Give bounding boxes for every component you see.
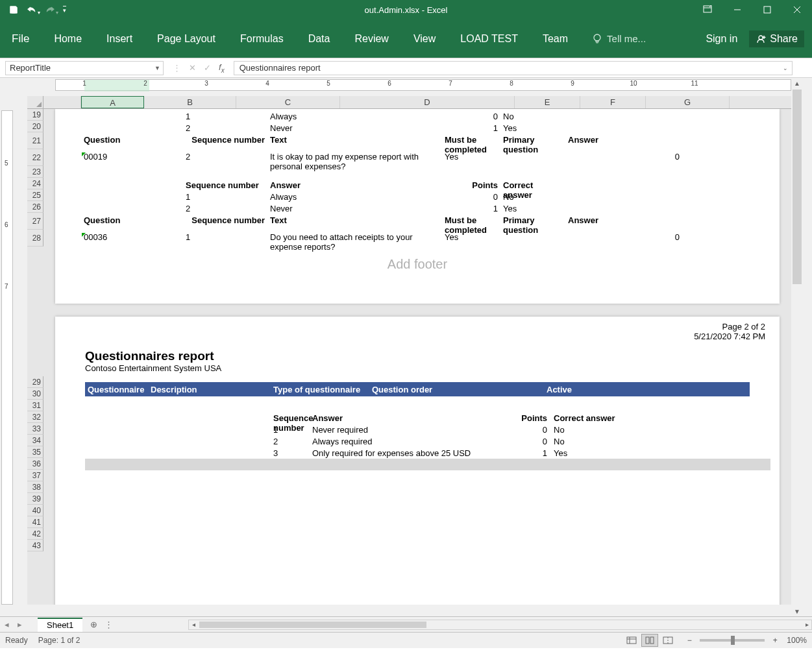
enter-formula-button[interactable]: ✓ xyxy=(204,63,211,73)
cell[interactable] xyxy=(144,232,183,249)
scroll-up-button[interactable]: ▲ xyxy=(791,78,803,88)
cell[interactable] xyxy=(183,169,267,180)
sheet-tab-sheet1[interactable]: Sheet1 xyxy=(38,618,82,632)
zoom-out-button[interactable]: − xyxy=(684,636,695,645)
cell[interactable]: Sequence number xyxy=(183,135,267,152)
cell[interactable]: Yes xyxy=(500,123,565,135)
tab-view[interactable]: View xyxy=(412,29,437,49)
cell[interactable] xyxy=(500,232,565,249)
cell[interactable] xyxy=(144,215,183,232)
cell[interactable]: 1 xyxy=(442,204,500,215)
row-header-38[interactable]: 38 xyxy=(27,481,43,493)
tab-insert[interactable]: Insert xyxy=(105,29,134,49)
cell[interactable] xyxy=(81,192,144,204)
share-button[interactable]: Share xyxy=(749,30,804,47)
cell[interactable]: Never xyxy=(267,204,442,215)
close-button[interactable] xyxy=(782,0,812,19)
cell[interactable] xyxy=(144,169,183,180)
cell[interactable] xyxy=(550,402,654,413)
cell[interactable]: 1 xyxy=(442,123,500,135)
cell[interactable]: Never xyxy=(267,123,442,135)
row-header-40[interactable]: 40 xyxy=(27,505,43,516)
cell[interactable] xyxy=(442,169,500,180)
cell[interactable] xyxy=(81,123,144,135)
cell[interactable]: Must be completed xyxy=(442,215,500,232)
footer-placeholder[interactable]: Add footer xyxy=(55,249,780,272)
cell[interactable]: Points xyxy=(511,413,550,425)
zoom-in-button[interactable]: + xyxy=(770,636,780,645)
tab-home[interactable]: Home xyxy=(53,29,83,49)
cell[interactable]: 0 xyxy=(565,152,682,169)
scroll-down-button[interactable]: ▼ xyxy=(791,606,803,616)
cell[interactable]: 2 xyxy=(183,152,267,169)
row-header-32[interactable]: 32 xyxy=(27,411,43,423)
column-header-d[interactable]: D xyxy=(340,96,515,108)
cell[interactable] xyxy=(81,204,144,215)
horizontal-scrollbar[interactable]: ◂ ▸ xyxy=(188,620,812,630)
cell[interactable] xyxy=(565,204,682,215)
minimize-button[interactable] xyxy=(722,0,752,19)
cell[interactable]: Correct answer xyxy=(500,180,565,192)
cell[interactable] xyxy=(81,112,144,123)
cell[interactable]: Must be completed xyxy=(442,135,500,152)
row-header-35[interactable]: 35 xyxy=(27,446,43,458)
cell[interactable]: 2 xyxy=(183,123,267,135)
row-header-24[interactable]: 24 xyxy=(27,178,43,189)
cell[interactable] xyxy=(565,169,682,180)
cell[interactable]: Do you need to attach receipts to your e… xyxy=(267,232,442,249)
cell[interactable]: It is okay to pad my expense report with… xyxy=(267,152,442,169)
qat-customize-button[interactable]: ▾ xyxy=(60,2,69,18)
row-header-25[interactable]: 25 xyxy=(27,189,43,201)
row-header-19[interactable]: 19 xyxy=(27,109,43,121)
row-header-22[interactable]: 22 xyxy=(27,149,43,166)
column-header-f[interactable]: F xyxy=(580,96,646,108)
zoom-slider[interactable] xyxy=(700,639,765,642)
sheet-canvas[interactable]: 1Always0No2Never1YesQuestionSequence num… xyxy=(43,109,791,605)
tab-nav-first[interactable]: ◂ xyxy=(0,620,13,629)
column-header-a[interactable]: A xyxy=(81,96,144,108)
cell[interactable] xyxy=(565,180,682,192)
cell[interactable]: Answer xyxy=(267,180,442,192)
fx-icon[interactable]: fx xyxy=(219,62,225,74)
cell[interactable]: Answer xyxy=(310,413,511,425)
redo-dropdown-icon[interactable]: ▾ xyxy=(56,10,58,16)
new-sheet-button[interactable]: ⊕ xyxy=(86,618,101,632)
row-header-21[interactable]: 21 xyxy=(27,132,43,149)
column-header-c[interactable]: C xyxy=(236,96,340,108)
select-all-button[interactable] xyxy=(27,96,43,109)
cell[interactable] xyxy=(565,192,682,204)
cell[interactable]: Points xyxy=(442,180,500,192)
cell[interactable]: 0 xyxy=(442,112,500,123)
row-header-33[interactable]: 33 xyxy=(27,423,43,435)
page-break-view-button[interactable] xyxy=(659,634,676,647)
cell[interactable]: 1 xyxy=(271,425,310,437)
cell[interactable]: Always xyxy=(267,112,442,123)
cell[interactable]: Yes xyxy=(442,232,500,249)
tab-review[interactable]: Review xyxy=(353,29,389,49)
cell[interactable] xyxy=(565,112,682,123)
cell[interactable] xyxy=(500,152,565,169)
cell[interactable] xyxy=(267,169,442,180)
cell[interactable]: No xyxy=(500,112,565,123)
tab-splitter[interactable]: ⋮ xyxy=(101,620,117,629)
cell[interactable] xyxy=(310,402,511,413)
scroll-left-button[interactable]: ◂ xyxy=(189,620,198,629)
row-header-34[interactable]: 34 xyxy=(27,435,43,446)
cell[interactable]: Never required xyxy=(310,425,511,437)
cell[interactable]: Text xyxy=(267,215,442,232)
normal-view-button[interactable] xyxy=(623,634,640,647)
cell[interactable]: 2 xyxy=(271,437,310,448)
page-layout-view-button[interactable] xyxy=(641,634,658,647)
cell[interactable]: Sequence number xyxy=(271,413,310,425)
vscroll-thumb[interactable] xyxy=(793,90,802,284)
expand-formula-bar-icon[interactable]: ⌄ xyxy=(783,65,788,71)
ribbon-display-button[interactable] xyxy=(693,0,722,19)
cell[interactable]: Primary question xyxy=(500,215,565,232)
cell[interactable]: No xyxy=(550,437,654,448)
cell[interactable] xyxy=(81,180,144,192)
row-header-41[interactable]: 41 xyxy=(27,516,43,528)
row-header-28[interactable]: 28 xyxy=(27,230,43,247)
cell[interactable] xyxy=(500,169,565,180)
row-header-20[interactable]: 20 xyxy=(27,121,43,132)
scroll-right-button[interactable]: ▸ xyxy=(802,620,811,629)
